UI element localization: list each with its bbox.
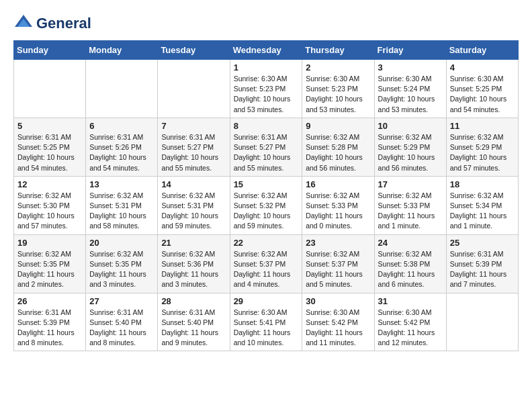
day-cell-12: 12Sunrise: 6:32 AMSunset: 5:30 PMDayligh… [14, 176, 86, 234]
day-info: Sunrise: 6:31 AMSunset: 5:27 PMDaylight:… [234, 132, 299, 173]
day-number: 8 [234, 121, 299, 131]
day-cell-6: 6Sunrise: 6:31 AMSunset: 5:26 PMDaylight… [86, 118, 158, 176]
calendar-header-row: SundayMondayTuesdayWednesdayThursdayFrid… [14, 41, 519, 60]
day-cell-21: 21Sunrise: 6:32 AMSunset: 5:36 PMDayligh… [158, 234, 230, 293]
day-info: Sunrise: 6:32 AMSunset: 5:34 PMDaylight:… [450, 191, 515, 232]
day-info: Sunrise: 6:30 AMSunset: 5:23 PMDaylight:… [234, 74, 299, 115]
day-cell-24: 24Sunrise: 6:32 AMSunset: 5:38 PMDayligh… [374, 234, 446, 293]
column-header-thursday: Thursday [302, 41, 374, 60]
column-header-saturday: Saturday [446, 41, 518, 60]
day-info: Sunrise: 6:31 AMSunset: 5:39 PMDaylight:… [450, 249, 515, 290]
week-row-3: 12Sunrise: 6:32 AMSunset: 5:30 PMDayligh… [14, 176, 519, 234]
day-cell-7: 7Sunrise: 6:31 AMSunset: 5:27 PMDaylight… [158, 118, 230, 176]
day-cell-26: 26Sunrise: 6:31 AMSunset: 5:39 PMDayligh… [14, 293, 86, 351]
day-number: 9 [306, 121, 370, 131]
day-info: Sunrise: 6:32 AMSunset: 5:38 PMDaylight:… [378, 249, 443, 290]
column-header-friday: Friday [374, 41, 446, 60]
day-info: Sunrise: 6:32 AMSunset: 5:29 PMDaylight:… [378, 132, 443, 173]
day-info: Sunrise: 6:32 AMSunset: 5:30 PMDaylight:… [17, 191, 82, 232]
day-number: 11 [450, 121, 515, 131]
day-number: 20 [89, 238, 154, 248]
day-number: 31 [378, 296, 443, 306]
day-number: 23 [306, 238, 370, 248]
day-number: 16 [306, 179, 370, 189]
empty-cell [86, 60, 158, 118]
day-number: 26 [17, 296, 82, 306]
day-number: 17 [378, 179, 443, 189]
day-info: Sunrise: 6:31 AMSunset: 5:25 PMDaylight:… [17, 132, 82, 173]
day-info: Sunrise: 6:32 AMSunset: 5:28 PMDaylight:… [306, 132, 370, 173]
day-info: Sunrise: 6:32 AMSunset: 5:36 PMDaylight:… [161, 249, 226, 290]
day-info: Sunrise: 6:32 AMSunset: 5:29 PMDaylight:… [450, 132, 515, 173]
week-row-4: 19Sunrise: 6:32 AMSunset: 5:35 PMDayligh… [14, 234, 519, 293]
day-number: 7 [161, 121, 226, 131]
day-cell-18: 18Sunrise: 6:32 AMSunset: 5:34 PMDayligh… [446, 176, 518, 234]
day-cell-25: 25Sunrise: 6:31 AMSunset: 5:39 PMDayligh… [446, 234, 518, 293]
day-number: 25 [450, 238, 515, 248]
day-info: Sunrise: 6:32 AMSunset: 5:35 PMDaylight:… [17, 249, 82, 290]
day-cell-17: 17Sunrise: 6:32 AMSunset: 5:33 PMDayligh… [374, 176, 446, 234]
day-info: Sunrise: 6:31 AMSunset: 5:27 PMDaylight:… [161, 132, 226, 173]
day-number: 12 [17, 179, 82, 189]
day-number: 2 [306, 62, 370, 73]
day-cell-14: 14Sunrise: 6:32 AMSunset: 5:31 PMDayligh… [158, 176, 230, 234]
day-info: Sunrise: 6:32 AMSunset: 5:33 PMDaylight:… [306, 191, 370, 232]
day-number: 29 [234, 296, 299, 306]
day-cell-15: 15Sunrise: 6:32 AMSunset: 5:32 PMDayligh… [230, 176, 302, 234]
empty-cell [446, 293, 518, 351]
column-header-tuesday: Tuesday [158, 41, 230, 60]
day-number: 4 [450, 62, 515, 73]
day-cell-22: 22Sunrise: 6:32 AMSunset: 5:37 PMDayligh… [230, 234, 302, 293]
week-row-2: 5Sunrise: 6:31 AMSunset: 5:25 PMDaylight… [14, 118, 519, 176]
day-info: Sunrise: 6:30 AMSunset: 5:24 PMDaylight:… [378, 74, 443, 115]
page-header: General [13, 13, 519, 34]
day-cell-1: 1Sunrise: 6:30 AMSunset: 5:23 PMDaylight… [230, 60, 302, 118]
week-row-1: 1Sunrise: 6:30 AMSunset: 5:23 PMDaylight… [14, 60, 519, 118]
day-cell-27: 27Sunrise: 6:31 AMSunset: 5:40 PMDayligh… [86, 293, 158, 351]
day-info: Sunrise: 6:32 AMSunset: 5:37 PMDaylight:… [234, 249, 299, 290]
day-number: 19 [17, 238, 82, 248]
day-number: 18 [450, 179, 515, 189]
day-cell-19: 19Sunrise: 6:32 AMSunset: 5:35 PMDayligh… [14, 234, 86, 293]
day-number: 21 [161, 238, 226, 248]
day-number: 24 [378, 238, 443, 248]
day-number: 30 [306, 296, 370, 306]
day-cell-9: 9Sunrise: 6:32 AMSunset: 5:28 PMDaylight… [302, 118, 374, 176]
day-info: Sunrise: 6:30 AMSunset: 5:42 PMDaylight:… [306, 308, 370, 349]
day-cell-29: 29Sunrise: 6:30 AMSunset: 5:41 PMDayligh… [230, 293, 302, 351]
day-info: Sunrise: 6:32 AMSunset: 5:31 PMDaylight:… [161, 191, 226, 232]
day-info: Sunrise: 6:30 AMSunset: 5:25 PMDaylight:… [450, 74, 515, 115]
day-number: 10 [378, 121, 443, 131]
day-number: 13 [89, 179, 154, 189]
calendar-table: SundayMondayTuesdayWednesdayThursdayFrid… [13, 40, 519, 351]
day-number: 3 [378, 62, 443, 73]
empty-cell [14, 60, 86, 118]
day-cell-31: 31Sunrise: 6:30 AMSunset: 5:42 PMDayligh… [374, 293, 446, 351]
day-cell-13: 13Sunrise: 6:32 AMSunset: 5:31 PMDayligh… [86, 176, 158, 234]
day-info: Sunrise: 6:31 AMSunset: 5:39 PMDaylight:… [17, 308, 82, 349]
day-info: Sunrise: 6:30 AMSunset: 5:23 PMDaylight:… [306, 74, 370, 115]
day-cell-2: 2Sunrise: 6:30 AMSunset: 5:23 PMDaylight… [302, 60, 374, 118]
empty-cell [158, 60, 230, 118]
column-header-monday: Monday [86, 41, 158, 60]
day-number: 5 [17, 121, 82, 131]
column-header-wednesday: Wednesday [230, 41, 302, 60]
day-info: Sunrise: 6:30 AMSunset: 5:41 PMDaylight:… [234, 308, 299, 349]
day-cell-30: 30Sunrise: 6:30 AMSunset: 5:42 PMDayligh… [302, 293, 374, 351]
day-number: 28 [161, 296, 226, 306]
day-cell-3: 3Sunrise: 6:30 AMSunset: 5:24 PMDaylight… [374, 60, 446, 118]
day-number: 14 [161, 179, 226, 189]
day-info: Sunrise: 6:32 AMSunset: 5:35 PMDaylight:… [89, 249, 154, 290]
day-cell-20: 20Sunrise: 6:32 AMSunset: 5:35 PMDayligh… [86, 234, 158, 293]
day-info: Sunrise: 6:31 AMSunset: 5:40 PMDaylight:… [161, 308, 226, 349]
day-cell-28: 28Sunrise: 6:31 AMSunset: 5:40 PMDayligh… [158, 293, 230, 351]
day-info: Sunrise: 6:32 AMSunset: 5:31 PMDaylight:… [89, 191, 154, 232]
day-info: Sunrise: 6:32 AMSunset: 5:32 PMDaylight:… [234, 191, 299, 232]
logo-text: General [36, 15, 91, 32]
day-cell-16: 16Sunrise: 6:32 AMSunset: 5:33 PMDayligh… [302, 176, 374, 234]
day-info: Sunrise: 6:32 AMSunset: 5:33 PMDaylight:… [378, 191, 443, 232]
day-info: Sunrise: 6:31 AMSunset: 5:26 PMDaylight:… [89, 132, 154, 173]
day-info: Sunrise: 6:30 AMSunset: 5:42 PMDaylight:… [378, 308, 443, 349]
day-number: 15 [234, 179, 299, 189]
day-cell-8: 8Sunrise: 6:31 AMSunset: 5:27 PMDaylight… [230, 118, 302, 176]
